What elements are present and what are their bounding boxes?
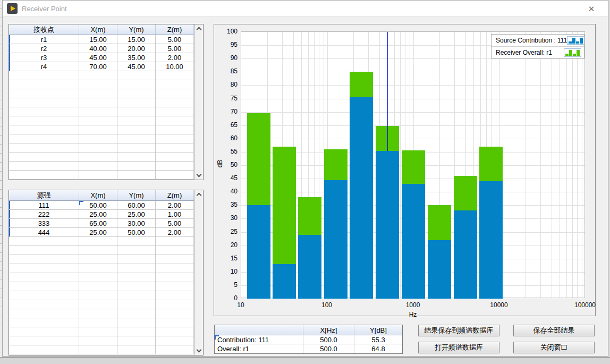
table-cell[interactable] [156,89,194,98]
table-cell[interactable] [117,171,156,179]
graph-cursor-line[interactable] [387,32,388,151]
scroll-down-icon[interactable] [197,348,202,353]
table-cell[interactable] [156,300,194,309]
table-cell[interactable] [79,116,117,125]
cursor-x-cell[interactable]: 500.0 [303,335,354,344]
table-cell[interactable] [117,327,156,336]
legend-item-contribution[interactable]: Source Contribution : 111 [492,35,584,46]
table-cell[interactable]: 25.00 [117,210,156,218]
scroll-down-icon[interactable] [197,172,202,177]
table-cell[interactable] [9,134,79,143]
table-cell[interactable] [156,318,194,327]
table-cell[interactable] [9,237,79,246]
table-cell[interactable] [117,282,156,291]
table-cell[interactable]: 2.00 [156,228,194,236]
table-cell[interactable] [9,264,79,273]
table-cell[interactable]: 1.00 [156,210,194,218]
table-cell[interactable]: 2.00 [156,201,194,209]
table-cell[interactable] [9,300,79,309]
table-cell[interactable] [9,327,79,336]
table-cell[interactable]: 30.00 [117,219,156,227]
table-cell[interactable]: 60.00 [117,201,156,209]
table-cell[interactable] [79,107,117,116]
table-cell[interactable] [117,134,156,143]
table-cell[interactable] [156,282,194,291]
table-cell[interactable] [9,291,79,300]
table-cell[interactable] [79,291,117,300]
close-icon[interactable]: ✕ [587,4,596,14]
table-cell[interactable] [79,345,117,354]
table-cell[interactable] [117,318,156,327]
table-cell[interactable] [9,125,79,134]
table-cell[interactable]: 10.00 [156,62,194,71]
table-cell[interactable] [9,345,79,354]
table-cell[interactable] [79,71,117,80]
table-cell[interactable]: 5.00 [156,35,194,44]
table-cell[interactable] [79,89,117,98]
table-cell[interactable] [117,237,156,246]
table-cell[interactable] [117,153,156,161]
table-cell[interactable] [156,237,194,246]
legend-item-overall[interactable]: Receiver Overall: r1 [492,46,584,58]
table-cell[interactable]: 111 [9,201,79,209]
table-cell[interactable] [117,162,156,170]
table-cell[interactable] [117,125,156,134]
table-cell[interactable] [79,153,117,161]
table-cell[interactable] [79,98,117,107]
table-cell[interactable]: 25.00 [79,228,117,236]
table-cell[interactable] [156,143,194,152]
table-cell[interactable] [79,80,117,89]
table-cell[interactable] [156,255,194,264]
table-cell[interactable] [9,116,79,125]
table-cell[interactable] [117,273,156,282]
cursor-y-cell[interactable]: 55.3 [354,335,402,344]
table-cell[interactable] [156,98,194,107]
table-cell[interactable] [79,134,117,143]
table-cell[interactable] [117,246,156,255]
table-cell[interactable] [9,246,79,255]
table-cell[interactable]: 25.00 [79,210,117,218]
table-cell[interactable] [156,273,194,282]
table-cell[interactable] [79,264,117,273]
table-cell[interactable] [9,309,79,318]
table-cell[interactable]: r4 [9,62,79,71]
table-cell[interactable] [117,107,156,116]
table-cell[interactable] [9,336,79,345]
table-cell[interactable]: 444 [9,228,79,236]
table-cell[interactable] [117,300,156,309]
table-cell[interactable] [79,143,117,152]
table-cell[interactable] [156,71,194,80]
table-cell[interactable] [156,309,194,318]
table-cell[interactable] [117,345,156,354]
table-cell[interactable] [117,291,156,300]
table-cell[interactable] [156,336,194,345]
table-cell[interactable] [79,171,117,179]
table-cell[interactable] [156,125,194,134]
table-cell[interactable] [9,255,79,264]
table-cell[interactable] [156,80,194,89]
table-cell[interactable] [117,116,156,125]
table-cell[interactable]: 40.00 [79,44,117,53]
table-cell[interactable]: 2.00 [156,53,194,62]
table-cell[interactable] [79,318,117,327]
table-cell[interactable]: 35.00 [117,53,156,62]
table-cell[interactable] [156,134,194,143]
table-cell[interactable] [9,89,79,98]
table-cell[interactable] [117,143,156,152]
table-cell[interactable] [117,264,156,273]
table-cell[interactable] [9,80,79,89]
table-cell[interactable]: 70.00 [79,62,117,71]
table-cell[interactable] [79,282,117,291]
table-cell[interactable] [156,107,194,116]
table-cell[interactable] [79,336,117,345]
table-cell[interactable]: 15.00 [117,35,156,44]
cursor-name-cell[interactable]: Overall: r1 [215,344,303,353]
table-cell[interactable] [9,318,79,327]
close-window-button[interactable]: 关闭窗口 [513,342,595,353]
table-cell[interactable] [9,153,79,161]
table-cell[interactable] [9,273,79,282]
table-cell[interactable]: 45.00 [79,53,117,62]
table-cell[interactable]: 333 [9,219,79,227]
table-cell[interactable] [79,309,117,318]
vertical-scrollbar[interactable] [194,190,203,355]
